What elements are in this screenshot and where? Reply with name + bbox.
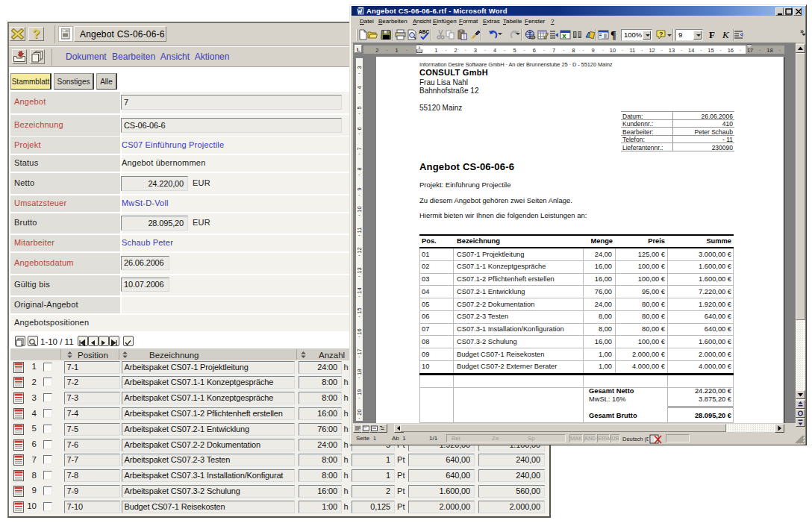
svg-text:?: ? — [659, 31, 663, 38]
svg-text:ABC: ABC — [419, 29, 429, 34]
svg-text:¶: ¶ — [610, 30, 616, 40]
